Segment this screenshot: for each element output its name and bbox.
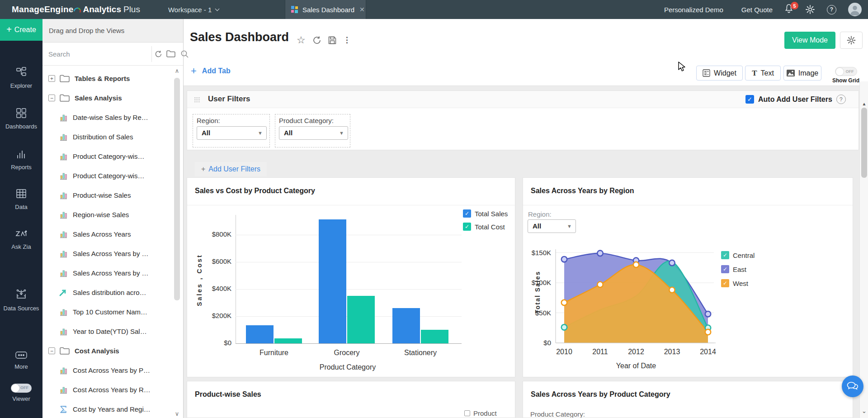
tree-view-item[interactable]: Region-wise Sales: [42, 205, 183, 224]
marker-east[interactable]: [561, 256, 567, 262]
expand-toggle-icon[interactable]: +: [48, 75, 55, 82]
tree-view-item[interactable]: Product Category-wis…: [42, 166, 183, 185]
legend-checkbox-icon[interactable]: ✓: [721, 279, 729, 287]
workspace-dropdown[interactable]: Workspace - 1: [168, 6, 219, 14]
divider: [151, 46, 152, 62]
search-icon[interactable]: [180, 50, 189, 60]
sidebar-item-dashboards[interactable]: Dashboards: [0, 108, 42, 130]
get-quote-link[interactable]: Get Quote: [741, 6, 773, 14]
legend-item[interactable]: ✓East: [721, 265, 755, 273]
main-scrollbar[interactable]: ▲ ⌄: [859, 81, 868, 418]
search-input[interactable]: [42, 50, 127, 58]
sidebar-item-more[interactable]: More: [0, 352, 42, 370]
checkbox-icon[interactable]: [464, 410, 470, 416]
marker-west[interactable]: [669, 287, 675, 293]
sidebar-item-explorer[interactable]: Explorer: [0, 67, 42, 90]
add-user-filters-button[interactable]: + Add User Filters: [195, 162, 267, 176]
legend-item[interactable]: ✓West: [721, 279, 755, 287]
chat-support-button[interactable]: [842, 375, 863, 397]
close-icon[interactable]: ✕: [359, 6, 366, 13]
tree-folder[interactable]: −Cost Analysis: [42, 341, 183, 361]
refresh-icon[interactable]: [312, 36, 321, 45]
view-mode-button[interactable]: View Mode: [784, 32, 835, 49]
legend-checkbox-icon[interactable]: ✓: [463, 223, 471, 231]
settings-gear-icon[interactable]: [805, 5, 815, 14]
sidebar-item-reports[interactable]: Reports: [0, 148, 42, 171]
scroll-up-icon[interactable]: ▲: [860, 101, 868, 106]
scroll-down-icon[interactable]: ∨: [174, 412, 180, 416]
bar-total-sales[interactable]: [246, 325, 274, 343]
collapse-toggle-icon[interactable]: −: [48, 347, 55, 354]
bar-total-sales[interactable]: [392, 308, 420, 343]
main-scrollbar-thumb[interactable]: [861, 108, 867, 178]
tree-view-item[interactable]: Product-wise Sales: [42, 185, 183, 205]
bar-total-cost[interactable]: [274, 338, 302, 343]
tree-view-item[interactable]: Cost Across Years by P…: [42, 361, 183, 380]
notifications-bell-icon[interactable]: 5: [784, 4, 793, 15]
add-tab-button[interactable]: + Add Tab: [191, 65, 231, 77]
tree-view-item[interactable]: Sales Across Years by …: [42, 263, 183, 283]
scroll-up-icon[interactable]: ∧: [174, 69, 180, 73]
dashboard-settings-button[interactable]: [840, 32, 863, 49]
tree-view-item[interactable]: Year to Date(YTD) Sal…: [42, 322, 183, 341]
product-category-select[interactable]: All ▼: [279, 126, 348, 140]
marker-central[interactable]: [561, 324, 567, 330]
legend-checkbox-icon[interactable]: ✓: [463, 209, 471, 218]
marker-west[interactable]: [597, 282, 603, 287]
image-button[interactable]: Image: [783, 66, 821, 81]
show-grid-toggle[interactable]: OFF: [835, 67, 857, 76]
legend-checkbox-icon[interactable]: ✓: [721, 251, 729, 259]
tree-scrollbar[interactable]: ∧ ∨: [174, 69, 180, 418]
tree-view-item[interactable]: Sales distribution acro…: [42, 283, 183, 302]
save-icon[interactable]: [328, 36, 336, 44]
marker-west[interactable]: [561, 300, 567, 305]
tree-view-item[interactable]: Sales Across Years: [42, 224, 183, 244]
legend-item[interactable]: ✓Central: [721, 251, 755, 259]
bar-total-cost[interactable]: [421, 330, 448, 343]
viewer-toggle[interactable]: OFF Viewer: [0, 384, 42, 403]
tree-view-item[interactable]: Top 10 Customer Nam…: [42, 302, 183, 322]
tab-sales-dashboard[interactable]: Sales Dashboard ✕: [285, 0, 366, 19]
scroll-down-icon[interactable]: ⌄: [860, 408, 868, 414]
legend-checkbox-icon[interactable]: ✓: [721, 265, 729, 273]
marker-west[interactable]: [705, 329, 711, 335]
sidebar-item-ask-zia[interactable]: Ask Zia: [0, 228, 42, 251]
region-select[interactable]: All ▼: [528, 219, 576, 233]
sidebar-item-data-sources[interactable]: Data Sources: [0, 289, 42, 312]
bar-total-sales[interactable]: [319, 219, 346, 343]
marker-west[interactable]: [633, 262, 639, 267]
legend-item[interactable]: ✓Total Sales: [463, 209, 508, 218]
user-filters-header: User Filters ✓ Auto Add User Filters ?: [187, 91, 859, 108]
auto-add-checkbox[interactable]: ✓: [745, 95, 754, 104]
drag-handle-icon[interactable]: [194, 97, 200, 102]
marker-east[interactable]: [669, 260, 675, 266]
tree-view-item[interactable]: Product Category-wis…: [42, 147, 183, 166]
tree-folder[interactable]: +Tables & Reports: [42, 69, 183, 88]
text-button[interactable]: T Text: [745, 66, 781, 81]
tree-view-item[interactable]: Cost by Years and Regi…: [42, 399, 183, 418]
help-icon[interactable]: ?: [836, 95, 846, 104]
favorite-star-icon[interactable]: ☆: [297, 36, 306, 45]
personalized-demo-link[interactable]: Personalized Demo: [664, 6, 723, 14]
tree-view-item[interactable]: Distribution of Sales: [42, 127, 183, 147]
tree-view-item[interactable]: Date-wise Sales by Re…: [42, 108, 183, 127]
marker-east[interactable]: [705, 311, 711, 317]
refresh-icon[interactable]: [155, 50, 162, 60]
tree-scrollbar-thumb[interactable]: [174, 78, 180, 300]
tree-view-item[interactable]: Cost Across Years by R…: [42, 380, 183, 399]
folder-icon[interactable]: [166, 50, 175, 59]
avatar[interactable]: [848, 3, 862, 16]
marker-east[interactable]: [597, 251, 603, 256]
sidebar-item-data[interactable]: Data: [0, 188, 42, 211]
legend-item[interactable]: ✓Total Cost: [463, 223, 508, 231]
create-button[interactable]: + Create: [0, 19, 42, 41]
tree-view-item[interactable]: Sales Across Years by …: [42, 244, 183, 263]
widget-button[interactable]: Widget: [696, 66, 743, 81]
more-options-kebab-icon[interactable]: ⋮: [343, 35, 351, 45]
viewer-toggle-pill[interactable]: OFF: [11, 384, 32, 393]
collapse-toggle-icon[interactable]: −: [48, 95, 55, 101]
help-icon[interactable]: ?: [827, 5, 836, 14]
region-select[interactable]: All ▼: [197, 126, 267, 140]
bar-total-cost[interactable]: [347, 296, 375, 343]
tree-folder[interactable]: −Sales Analysis: [42, 88, 183, 108]
